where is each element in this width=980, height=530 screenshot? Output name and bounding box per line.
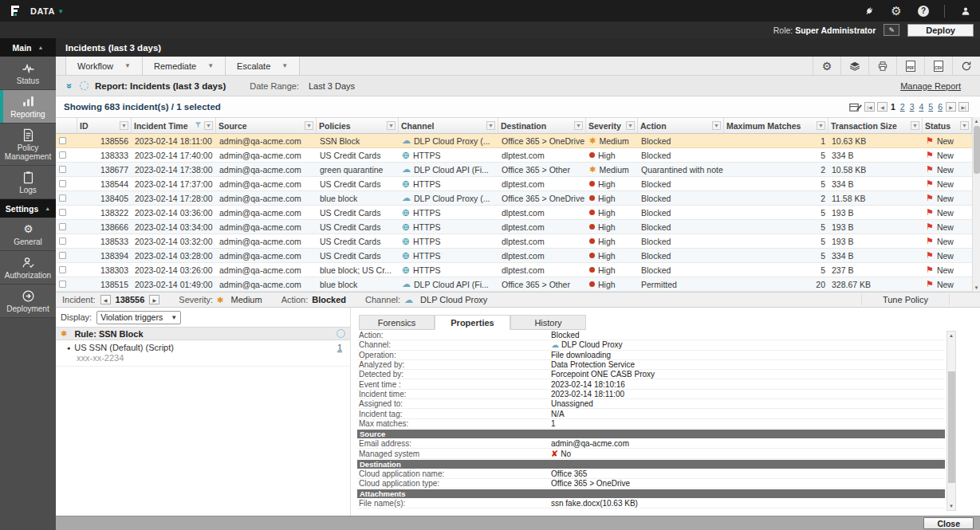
column-menu-icon[interactable]: ▼: [626, 121, 635, 130]
channel-text: HTTPS: [413, 179, 440, 189]
menu-label: Escalate: [237, 61, 270, 71]
collapse-report-icon[interactable]: «: [63, 81, 74, 91]
filter-icon[interactable]: [195, 121, 202, 131]
table-row[interactable]: 1383032023-02-14 03:26:00admin@qa-acme.c…: [56, 263, 972, 277]
tab-properties[interactable]: Properties: [435, 315, 510, 330]
column-menu-icon[interactable]: ▼: [574, 121, 583, 130]
sidebar-section-main[interactable]: Main▲: [0, 38, 56, 57]
cell-channel: HTTPS: [399, 206, 498, 219]
sidebar-section-settings[interactable]: Settings▲: [0, 199, 56, 218]
table-row[interactable]: 1386662023-02-14 03:34:00admin@qa-acme.c…: [56, 220, 972, 234]
page-number-1[interactable]: 1: [890, 102, 896, 112]
table-settings-icon[interactable]: ⚙: [813, 57, 840, 75]
prev-page-button[interactable]: ◀: [877, 102, 888, 112]
column-menu-icon[interactable]: ▼: [911, 121, 919, 130]
page-number-3[interactable]: 3: [909, 102, 915, 112]
table-row[interactable]: 1386772023-02-14 17:38:00admin@qa-acme.c…: [56, 163, 972, 177]
table-row[interactable]: 1385562023-02-14 18:11:00admin@qa-acme.c…: [56, 134, 972, 148]
sidebar-item-authorization[interactable]: Authorization: [0, 251, 56, 285]
table-scrollbar[interactable]: ▲ ▼: [972, 117, 980, 292]
flag-icon: ⚑: [926, 150, 934, 160]
row-checkbox[interactable]: [59, 166, 66, 173]
user-account-icon[interactable]: [959, 5, 972, 18]
plug-icon[interactable]: [863, 5, 876, 18]
prev-incident-button[interactable]: ◀: [100, 295, 111, 304]
page-number-4[interactable]: 4: [918, 102, 924, 112]
tab-history[interactable]: History: [510, 315, 586, 330]
table-row[interactable]: 1383332023-02-14 17:40:00admin@qa-acme.c…: [56, 148, 972, 163]
chevron-down-icon[interactable]: ▾: [59, 7, 63, 15]
row-checkbox[interactable]: [59, 180, 66, 187]
next-page-button[interactable]: ▶: [946, 102, 956, 112]
print-icon[interactable]: [868, 57, 896, 75]
product-menu[interactable]: DATA: [30, 6, 55, 16]
page-number-2[interactable]: 2: [899, 102, 906, 112]
scroll-thumb[interactable]: [948, 371, 955, 483]
trigger-count-link[interactable]: 1: [337, 343, 344, 352]
sidebar-item-general[interactable]: ⚙General: [0, 218, 56, 251]
help-icon[interactable]: ?: [917, 5, 930, 18]
row-checkbox[interactable]: [59, 266, 66, 273]
manage-report-link[interactable]: Manage Report: [900, 81, 961, 91]
row-checkbox[interactable]: [59, 252, 66, 259]
table-row[interactable]: 1385442023-02-14 17:37:00admin@qa-acme.c…: [56, 177, 972, 191]
tune-policy-button[interactable]: Tune Policy: [861, 294, 950, 305]
row-checkbox[interactable]: [59, 238, 66, 245]
sidebar-item-status[interactable]: Status: [0, 57, 56, 90]
table-row[interactable]: 1385332023-02-14 03:32:00admin@qa-acme.c…: [56, 234, 972, 249]
scroll-up-icon[interactable]: ▲: [949, 332, 954, 340]
next-incident-button[interactable]: ▶: [149, 295, 159, 304]
display-select[interactable]: Violation triggers▼: [96, 311, 181, 324]
export-csv-icon[interactable]: CSV: [924, 57, 952, 75]
first-page-button[interactable]: |◀: [864, 102, 875, 112]
refresh-icon[interactable]: [952, 57, 980, 75]
scroll-up-icon[interactable]: ▲: [974, 117, 979, 125]
menu-button-escalate[interactable]: Escalate▼: [226, 57, 300, 75]
column-menu-icon[interactable]: ▼: [712, 121, 721, 130]
column-menu-icon[interactable]: ▼: [387, 121, 396, 130]
rule-status-icon[interactable]: [337, 329, 345, 338]
column-menu-icon[interactable]: ▼: [486, 121, 495, 130]
scroll-down-icon[interactable]: ▼: [949, 502, 954, 510]
properties-scrollbar[interactable]: ▲ ▼: [947, 331, 956, 511]
table-row[interactable]: 1384052023-02-14 17:28:00admin@qa-acme.c…: [56, 191, 972, 206]
flag-icon: ⚑: [926, 207, 934, 218]
row-checkbox[interactable]: [59, 194, 66, 202]
column-menu-icon[interactable]: ▼: [204, 121, 213, 130]
export-pdf-icon[interactable]: PDF: [896, 57, 924, 75]
row-checkbox[interactable]: [59, 209, 66, 216]
deploy-button[interactable]: Deploy: [907, 24, 974, 37]
deployment-status-icon[interactable]: ✎: [884, 24, 899, 36]
layers-icon[interactable]: [840, 57, 868, 75]
last-page-button[interactable]: ▶|: [958, 102, 969, 112]
column-menu-icon[interactable]: ▼: [960, 121, 969, 130]
scroll-down-icon[interactable]: ▼: [974, 284, 979, 292]
table-row[interactable]: 1385152023-02-14 01:49:00admin@qa-acme.c…: [56, 277, 972, 292]
column-menu-icon[interactable]: ▼: [120, 121, 128, 130]
go-to-page-icon[interactable]: [849, 102, 862, 112]
page-number-6[interactable]: 6: [937, 102, 943, 112]
close-button[interactable]: Close: [923, 517, 974, 529]
property-row: Detected by:Forcepoint ONE CASB Proxy: [357, 370, 945, 379]
sidebar-item-reporting[interactable]: Reporting: [0, 90, 56, 124]
row-checkbox[interactable]: [59, 151, 66, 159]
table-row[interactable]: 1383222023-02-14 03:36:00admin@qa-acme.c…: [56, 206, 972, 220]
page-number-5[interactable]: 5: [927, 102, 934, 112]
table-row[interactable]: 1383942023-02-14 03:28:00admin@qa-acme.c…: [56, 249, 972, 263]
scroll-thumb[interactable]: [974, 126, 980, 174]
menu-button-remediate[interactable]: Remediate▼: [143, 57, 226, 75]
row-checkbox[interactable]: [59, 281, 66, 288]
menu-button-workflow[interactable]: Workflow▼: [65, 57, 143, 75]
date-range-label: Date Range:: [250, 81, 299, 91]
row-checkbox[interactable]: [59, 223, 66, 230]
column-menu-icon[interactable]: ▼: [817, 121, 825, 130]
tab-forensics[interactable]: Forensics: [359, 315, 435, 330]
date-range-value[interactable]: Last 3 Days: [309, 81, 355, 91]
column-menu-icon[interactable]: ▼: [305, 121, 313, 130]
sidebar-item-deployment[interactable]: Deployment: [0, 285, 56, 318]
sidebar-item-logs[interactable]: Logs: [0, 166, 56, 199]
sidebar-item-policy-management[interactable]: Policy Management: [0, 124, 56, 166]
row-checkbox[interactable]: [59, 137, 66, 144]
gear-icon[interactable]: ⚙: [890, 5, 903, 18]
trigger-row[interactable]: ● US SSN (Default) (Script) 1: [56, 340, 350, 352]
